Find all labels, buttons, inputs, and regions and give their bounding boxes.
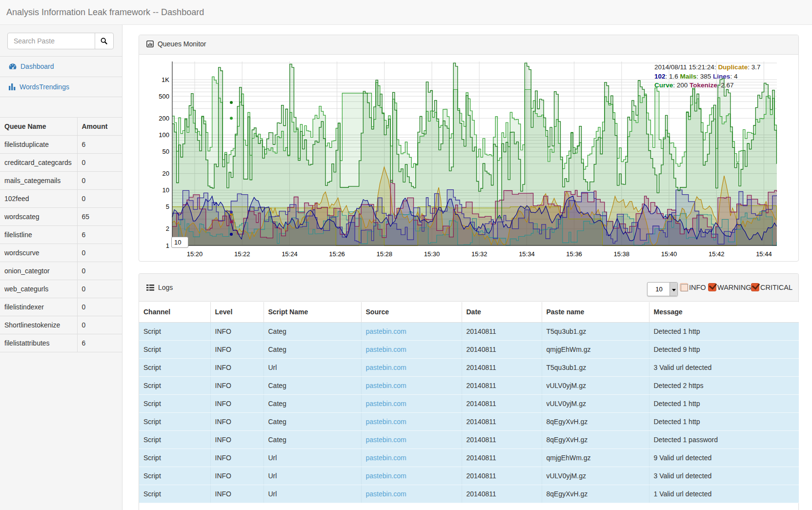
svg-text:15:44: 15:44 (756, 250, 772, 258)
svg-text:15:38: 15:38 (614, 250, 630, 258)
svg-text:15:40: 15:40 (661, 250, 677, 258)
svg-text:200: 200 (159, 115, 169, 122)
svg-text:15:28: 15:28 (377, 250, 393, 258)
svg-text:15:42: 15:42 (709, 250, 725, 258)
svg-text:10: 10 (162, 186, 169, 194)
svg-text:15:22: 15:22 (234, 250, 250, 258)
svg-text:500: 500 (159, 93, 169, 100)
svg-text:1K: 1K (162, 76, 169, 83)
svg-text:15:24: 15:24 (282, 250, 298, 258)
svg-text:15:26: 15:26 (329, 250, 345, 258)
svg-text:15:32: 15:32 (471, 250, 487, 258)
svg-text:100: 100 (159, 131, 169, 139)
svg-text:20: 20 (162, 170, 169, 177)
svg-text:15:36: 15:36 (566, 250, 582, 258)
svg-text:15:30: 15:30 (424, 250, 440, 258)
svg-text:5: 5 (166, 203, 169, 210)
svg-text:1: 1 (166, 242, 169, 249)
svg-text:50: 50 (162, 148, 169, 155)
svg-text:15:34: 15:34 (519, 250, 535, 258)
svg-text:2: 2 (166, 225, 169, 232)
svg-text:15:20: 15:20 (187, 250, 203, 258)
